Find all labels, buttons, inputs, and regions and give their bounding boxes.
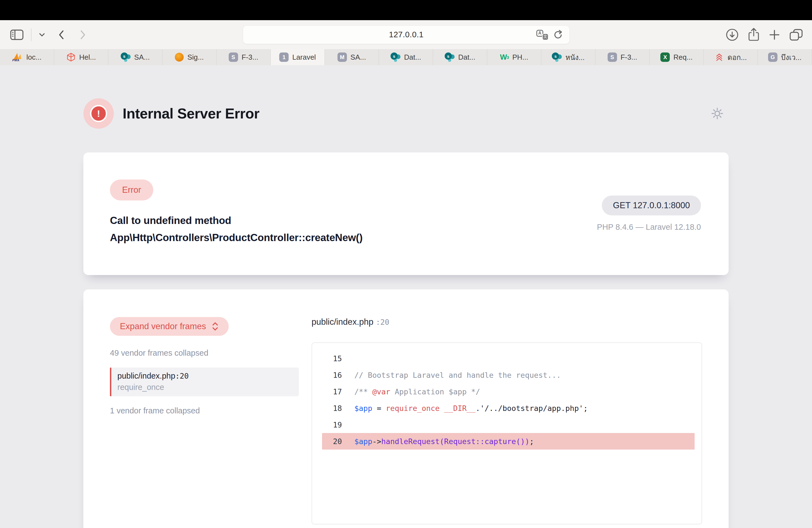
tab-9[interactable]: sDat... (433, 49, 487, 65)
code-text: // Bootstrap Laravel and handle the requ… (354, 371, 561, 379)
code-snippet: 1516// Bootstrap Laravel and handle the … (311, 342, 702, 524)
tab-letter-badge-icon: S (608, 53, 617, 62)
tab-label: PH... (512, 53, 528, 62)
tab-12[interactable]: SF-3... (595, 49, 650, 65)
code-line-20-highlighted: 20$app->handleRequest(Request::capture()… (322, 433, 695, 450)
tab-letter-badge-icon: M (337, 53, 347, 62)
chevrons-logo-icon (714, 53, 724, 62)
forward-button[interactable] (79, 30, 86, 40)
phpmyadmin-icon: PMA (12, 53, 23, 62)
tab-3[interactable]: sSA... (108, 49, 162, 65)
code-snippet-column: public/index.php :20 1516// Bootstrap La… (311, 317, 702, 528)
tab-7[interactable]: MSA... (325, 49, 379, 65)
tab-15[interactable]: Gบึงเว... (758, 49, 812, 65)
tab-14[interactable]: ดอก... (704, 49, 758, 65)
page-title: Internal Server Error (122, 105, 259, 122)
laravel-logo-icon (66, 53, 76, 62)
tab-10[interactable]: W3PH... (487, 49, 541, 65)
line-number: 18 (322, 404, 342, 413)
tab-2[interactable]: Hel... (54, 49, 108, 65)
code-line-19: 19 (322, 416, 695, 433)
tab-label: บึงเว... (781, 52, 801, 63)
tab-4[interactable]: Sig... (162, 49, 217, 65)
tab-label: SA... (350, 53, 366, 62)
tab-label: Sig... (187, 53, 204, 62)
request-badge: GET 127.0.0.1:8000 (602, 195, 701, 216)
error-icon: ! (83, 98, 114, 129)
new-tab-button[interactable] (768, 29, 781, 41)
tab-label: Hel... (79, 53, 96, 62)
code-line-18: 18$app = require_once __DIR__.'/../boots… (322, 400, 695, 416)
tab-letter-badge-icon: S (229, 53, 238, 62)
theme-toggle-sun-icon[interactable] (711, 107, 724, 120)
share-button[interactable] (748, 28, 760, 42)
back-button[interactable] (58, 30, 64, 40)
code-text: /** @var Application $app */ (354, 387, 480, 396)
error-message: Call to undefined method App\Http\Contro… (110, 212, 363, 246)
collapsed-frames-note-bottom: 1 vendor frame collapsed (110, 406, 299, 415)
line-number: 19 (322, 421, 342, 429)
sidebar-chevron-down-icon[interactable] (39, 33, 45, 37)
expand-vendor-frames-button[interactable]: Expand vendor frames (110, 317, 229, 336)
code-text: $app->handleRequest(Request::capture()); (354, 437, 534, 446)
code-line-17: 17/** @var Application $app */ (322, 383, 695, 400)
version-info: PHP 8.4.6 — Laravel 12.18.0 (597, 223, 701, 232)
tab-label: Dat... (404, 53, 421, 62)
sharepoint-icon: s (445, 53, 454, 62)
orange-orb-icon (175, 53, 184, 62)
sharepoint-icon: s (552, 53, 562, 62)
stack-frames-column: Expand vendor frames 49 vendor frames co… (110, 317, 299, 528)
tab-letter-badge-icon: 1 (279, 53, 289, 62)
tab-label: Dat... (458, 53, 475, 62)
url-text: 127.0.0.1 (389, 30, 423, 39)
toolbar-divider (31, 28, 31, 41)
error-type-badge: Error (110, 179, 153, 201)
sharepoint-icon: s (391, 53, 401, 62)
code-file-header: public/index.php :20 (311, 317, 702, 327)
expand-chevrons-icon (212, 322, 219, 331)
tab-13[interactable]: XReq... (650, 49, 704, 65)
sharepoint-icon: s (121, 53, 131, 62)
frame-method: require_once (117, 383, 299, 392)
tab-label: Req... (673, 53, 692, 62)
tab-label: F-3... (621, 53, 637, 62)
stack-frame-item[interactable]: public/index.php:20 require_once (110, 368, 299, 396)
tab-6-active[interactable]: 1Laravel (271, 49, 325, 65)
tab-1[interactable]: PMAloc... (0, 49, 54, 65)
tab-letter-badge-icon: G (768, 53, 778, 62)
tab-label: loc... (27, 53, 42, 62)
downloads-button[interactable] (725, 28, 739, 42)
page-content: ! Internal Server Error Error Call to un… (0, 65, 812, 528)
code-line-16: 16// Bootstrap Laravel and handle the re… (322, 367, 695, 383)
tab-letter-badge-icon: X (661, 53, 670, 62)
translate-icon[interactable]: A文 (536, 29, 549, 40)
line-number: 15 (322, 354, 342, 363)
tab-label: ดอก... (727, 52, 747, 63)
line-number: 20 (322, 437, 342, 446)
stack-trace-card: Expand vendor frames 49 vendor frames co… (83, 289, 729, 528)
code-text: $app = require_once __DIR__.'/../bootstr… (354, 404, 588, 413)
tab-overview-button[interactable] (789, 28, 804, 41)
reload-button[interactable] (553, 29, 563, 40)
tab-label: Laravel (292, 53, 316, 62)
tab-5[interactable]: SF-3... (217, 49, 271, 65)
w3schools-icon: W3 (500, 53, 509, 62)
tab-bar: PMAloc...Hel...sSA...Sig...SF-3...1Larav… (0, 49, 812, 65)
collapsed-frames-note-top: 49 vendor frames collapsed (110, 349, 299, 357)
line-number: 17 (322, 387, 342, 396)
code-line-15: 15 (322, 350, 695, 367)
tab-label: SA... (134, 53, 150, 62)
line-number: 16 (322, 371, 342, 379)
tab-label: F-3... (242, 53, 259, 62)
address-bar[interactable]: 127.0.0.1 A文 (243, 26, 569, 44)
tab-11[interactable]: sหนัง... (541, 49, 595, 65)
browser-toolbar: 127.0.0.1 A文 (0, 20, 812, 49)
sidebar-toggle-button[interactable] (10, 29, 24, 41)
error-summary-card: Error Call to undefined method App\Http\… (83, 152, 729, 275)
tab-8[interactable]: sDat... (379, 49, 433, 65)
tab-label: หนัง... (565, 52, 584, 63)
page-header: ! Internal Server Error (83, 98, 729, 129)
menu-bar (0, 0, 812, 20)
